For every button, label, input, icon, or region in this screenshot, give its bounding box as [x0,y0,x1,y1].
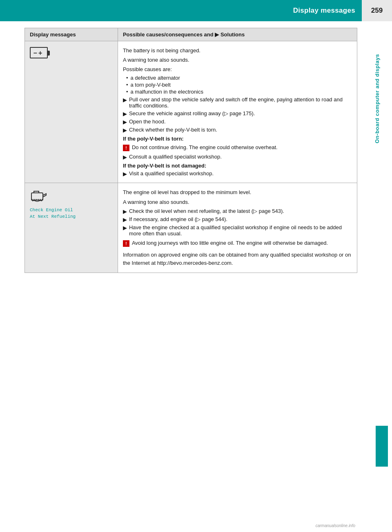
battery-icon: − + [30,47,48,58]
arrow-text: Have the engine checked at a qualified s… [129,224,352,237]
display-messages-table: Display messages Possible causes/consequ… [24,28,357,273]
arrow-text: Consult a qualified specialist workshop. [129,154,222,160]
sidebar-chapter-label: On-board computer and displays [374,54,380,143]
bullet-text: a malfunction in the electronics [130,89,203,95]
bullet-text: a defective alternator [130,75,180,81]
battery-line-2: A warning tone also sounds. [123,56,352,64]
arrow-symbol: ▶ [123,208,127,215]
sidebar-color-block [376,426,388,467]
arrow-text: Secure the vehicle against rolling away … [129,110,255,116]
arrow-symbol: ▶ [123,97,127,103]
bullet-item: • a defective alternator [123,75,352,81]
arrow-item: ▶ Open the hood. [123,118,352,125]
main-content: Display messages Possible causes/consequ… [24,28,357,507]
header-title: Display messages [293,7,355,15]
arrow-symbol: ▶ [123,171,127,177]
arrow-item: ▶ Consult a qualified specialist worksho… [123,154,352,160]
arrow-item: ▶ Visit a qualified specialist workshop. [123,170,352,177]
oil-icon-wrapper [30,189,113,205]
arrow-item: ▶ Check whether the poly-V-belt is torn. [123,127,352,133]
bullet-item: • a torn poly-V-belt [123,82,352,88]
arrow-text: Visit a qualified specialist workshop. [129,170,214,177]
col-header-display: Display messages [25,28,118,41]
arrow-item: ▶ Check the oil level when next refuelin… [123,208,352,215]
warning-item: ! Do not continue driving. The engine co… [123,143,352,152]
arrow-text: Open the hood. [129,118,166,125]
arrow-item: ▶ If necessary, add engine oil (▷ page 5… [123,216,352,223]
arrow-text: If necessary, add engine oil (▷ page 544… [129,216,227,222]
arrow-symbol: ▶ [123,154,127,160]
warning-icon: ! [123,240,129,247]
arrow-symbol: ▶ [123,217,127,223]
arrow-item: ▶ Pull over and stop the vehicle safely … [123,96,352,109]
bullet-symbol: • [126,89,128,95]
oil-display-cell: Check Engine OilAt Next Refueling [25,183,118,273]
bold-heading: If the poly-V-belt is torn: [123,136,352,142]
arrow-symbol: ▶ [123,127,127,133]
arrow-symbol: ▶ [123,225,127,231]
page-number: 259 [362,0,392,21]
battery-display-cell: − + [25,41,118,183]
oil-causes-cell: The engine oil level has dropped to the … [118,183,357,273]
arrow-item: ▶ Secure the vehicle against rolling awa… [123,110,352,117]
arrow-text: Pull over and stop the vehicle safely an… [129,96,352,109]
oil-info-line: Information on approved engine oils can … [123,251,352,267]
warning-item: ! Avoid long journeys with too little en… [123,239,352,248]
table-row: Check Engine OilAt Next Refueling The en… [25,183,357,273]
arrow-text: Check whether the poly-V-belt is torn. [129,127,217,133]
arrow-symbol: ▶ [123,119,127,125]
oil-line-2: A warning tone also sounds. [123,198,352,206]
bullet-item: • a malfunction in the electronics [123,89,352,95]
bullet-symbol: • [126,75,128,81]
warning-text: Avoid long journeys with too little engi… [132,240,328,246]
watermark: carmanualsonline.info [316,523,355,528]
bold-heading: If the poly-V-belt is not damaged: [123,163,352,169]
svg-rect-0 [31,193,43,200]
battery-line-3: Possible causes are: [123,65,352,74]
sidebar-label: On-board computer and displays [362,54,392,148]
right-sidebar: On-board computer and displays [362,21,392,532]
check-engine-label: Check Engine OilAt Next Refueling [30,207,113,220]
header-bar: Display messages [0,0,392,21]
arrow-symbol: ▶ [123,111,127,117]
oil-line-1: The engine oil level has dropped to the … [123,188,352,197]
warning-icon: ! [123,145,129,151]
arrow-item: ▶ Have the engine checked at a qualified… [123,224,352,237]
battery-causes-cell: The battery is not being charged. A warn… [118,41,357,183]
warning-text: Do not continue driving. The engine coul… [132,144,278,150]
bullet-text: a torn poly-V-belt [130,82,170,88]
oil-can-icon [30,189,48,203]
bullet-symbol: • [126,82,128,88]
col-header-causes: Possible causes/consequences and ▶ Solut… [118,28,357,41]
arrow-text: Check the oil level when next refueling,… [129,208,284,214]
battery-line-1: The battery is not being charged. [123,47,352,55]
table-row: − + The battery is not being charged. A … [25,41,357,183]
